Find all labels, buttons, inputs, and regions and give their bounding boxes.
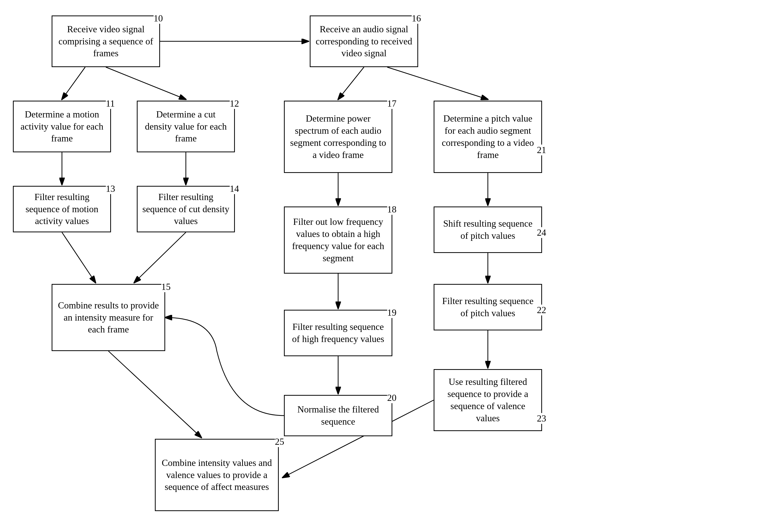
box-17: Determine power spectrum of each audio s…: [284, 101, 392, 173]
box-18: Filter out low frequency values to obtai…: [284, 207, 392, 274]
svg-line-4: [338, 67, 364, 99]
svg-line-10: [62, 232, 96, 283]
label-11: 11: [106, 98, 115, 109]
svg-line-5: [387, 67, 488, 99]
label-16: 16: [412, 13, 421, 24]
flowchart-diagram: Receive video signal comprising a sequen…: [0, 0, 771, 532]
box-23: Use resulting filtered sequence to provi…: [434, 369, 542, 431]
svg-line-2: [62, 67, 85, 99]
label-20: 20: [387, 392, 396, 403]
label-15: 15: [161, 281, 171, 292]
label-18: 18: [387, 204, 396, 215]
label-21: 21: [537, 145, 546, 155]
label-25: 25: [275, 436, 284, 447]
label-13: 13: [106, 183, 115, 194]
box-20: Normalise the filtered sequence: [284, 395, 392, 436]
label-24: 24: [537, 227, 546, 238]
box-22: Filter resulting sequence of pitch value…: [434, 284, 542, 330]
label-12: 12: [230, 98, 239, 109]
label-22: 22: [537, 305, 546, 315]
label-14: 14: [230, 183, 239, 194]
box-24: Shift resulting sequence of pitch values: [434, 207, 542, 253]
box-15: Combine results to provide an intensity …: [52, 284, 165, 351]
label-17: 17: [387, 98, 396, 109]
label-10: 10: [154, 13, 163, 24]
box-13: Filter resulting sequence of motion acti…: [13, 186, 111, 232]
box-25: Combine intensity values and valence val…: [155, 439, 279, 511]
svg-line-17: [108, 351, 201, 438]
label-19: 19: [387, 307, 396, 318]
label-23: 23: [537, 413, 546, 424]
box-19: Filter resulting sequence of high freque…: [284, 310, 392, 356]
box-11: Determine a motion activity value for ea…: [13, 101, 111, 152]
box-12: Determine a cut density value for each f…: [137, 101, 235, 152]
box-21: Determine a pitch value for each audio s…: [434, 101, 542, 173]
box-14: Filter resulting sequence of cut density…: [137, 186, 235, 232]
box-16: Receive an audio signal corresponding to…: [310, 15, 418, 67]
box-10: Receive video signal comprising a sequen…: [52, 15, 160, 67]
svg-line-11: [134, 232, 186, 283]
svg-line-3: [106, 67, 186, 99]
